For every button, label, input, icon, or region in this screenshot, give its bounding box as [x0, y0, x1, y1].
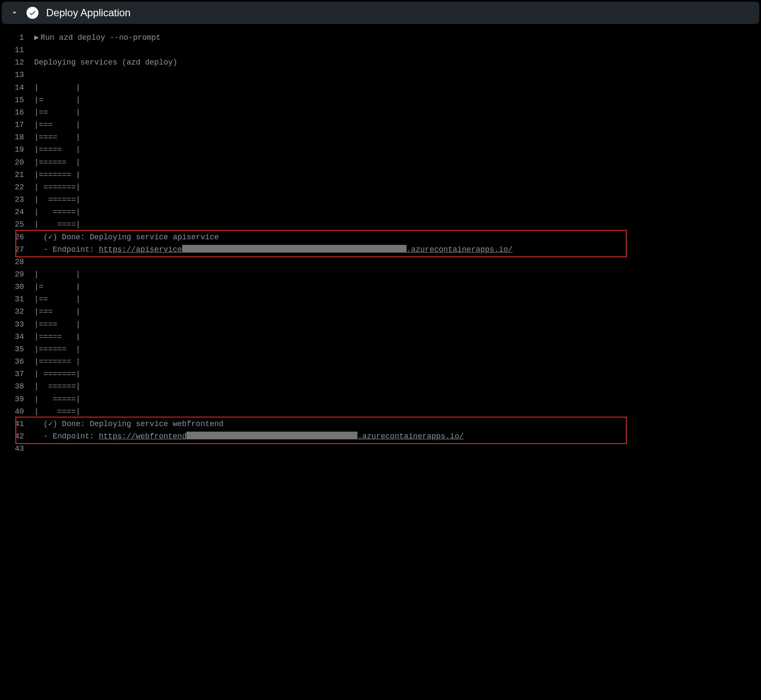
line-number: 33 — [0, 318, 34, 331]
log-line: 16|== | — [0, 106, 761, 119]
line-content: |== | — [34, 293, 80, 306]
line-content: |==== | — [34, 131, 80, 144]
log-line: 33|==== | — [0, 318, 761, 331]
line-number: 24 — [0, 206, 34, 218]
log-line: 13 — [0, 69, 761, 81]
line-content: | | — [34, 82, 80, 94]
line-content: | =====| — [34, 393, 80, 406]
check-circle-icon — [27, 7, 38, 19]
log-line: 40| ====| — [0, 406, 761, 418]
log-line: 42 - Endpoint: https://webfrontend.azure… — [0, 430, 761, 443]
log-line: 19|===== | — [0, 144, 761, 156]
line-content: |== | — [34, 106, 80, 119]
log-line: 30|= | — [0, 281, 761, 293]
line-number: 29 — [0, 268, 34, 281]
log-line: 17|=== | — [0, 119, 761, 131]
line-content: |======= | — [34, 356, 80, 368]
line-content: |=== | — [34, 306, 80, 318]
line-number: 12 — [0, 56, 34, 69]
line-content: | =====| — [34, 206, 80, 218]
log-line: 32|=== | — [0, 306, 761, 318]
line-number: 19 — [0, 144, 34, 156]
log-line: 15|= | — [0, 94, 761, 106]
line-number: 43 — [0, 443, 34, 455]
log-line: 31|== | — [0, 293, 761, 306]
caret-right-icon[interactable]: ▶ — [34, 32, 39, 44]
log-line: 18|==== | — [0, 131, 761, 144]
line-number: 37 — [0, 368, 34, 380]
line-number: 36 — [0, 356, 34, 368]
log-line: 1▶Run azd deploy --no-prompt — [0, 32, 761, 44]
line-number: 1 — [0, 32, 34, 44]
log-line: 28 — [0, 256, 761, 268]
line-content: | ======| — [34, 380, 80, 393]
log-line: 34|===== | — [0, 331, 761, 343]
line-number: 14 — [0, 82, 34, 94]
redacted-segment — [182, 245, 407, 253]
line-number: 18 — [0, 131, 34, 144]
line-number: 27 — [0, 244, 34, 256]
line-content: |===== | — [34, 144, 80, 156]
log-line: 20|====== | — [0, 156, 761, 169]
line-content: (✓) Done: Deploying service webfrontend — [34, 418, 224, 430]
line-number: 28 — [0, 256, 34, 268]
line-number: 23 — [0, 194, 34, 206]
line-content: |====== | — [34, 156, 80, 169]
line-number: 20 — [0, 156, 34, 169]
endpoint-link[interactable]: https://webfrontend.azurecontainerapps.i… — [99, 432, 464, 441]
line-content: |====== | — [34, 343, 80, 356]
log-line: 38| ======| — [0, 380, 761, 393]
line-content: Deploying services (azd deploy) — [34, 56, 177, 69]
endpoint-link[interactable]: https://apiservice.azurecontainerapps.io… — [99, 245, 513, 254]
log-step-header[interactable]: Deploy Application — [2, 2, 759, 24]
line-number: 15 — [0, 94, 34, 106]
line-content: |= | — [34, 281, 80, 293]
log-line: 37| =======| — [0, 368, 761, 380]
line-number: 22 — [0, 181, 34, 194]
log-line: 43 — [0, 443, 761, 455]
line-content: | ====| — [34, 406, 80, 418]
redacted-segment — [186, 432, 357, 439]
chevron-down-icon[interactable] — [10, 9, 19, 17]
log-line: 21|======= | — [0, 169, 761, 181]
log-output: 1▶Run azd deploy --no-prompt1112Deployin… — [0, 26, 761, 464]
line-number: 17 — [0, 119, 34, 131]
line-content: | =======| — [34, 368, 80, 380]
log-line: 12Deploying services (azd deploy) — [0, 56, 761, 69]
line-content: |=== | — [34, 119, 80, 131]
log-line: 29| | — [0, 268, 761, 281]
log-line: 27 - Endpoint: https://apiservice.azurec… — [0, 244, 761, 256]
line-number: 21 — [0, 169, 34, 181]
line-number: 11 — [0, 44, 34, 56]
step-title: Deploy Application — [46, 7, 130, 19]
log-line: 35|====== | — [0, 343, 761, 356]
line-number: 41 — [0, 418, 34, 430]
log-line: 24| =====| — [0, 206, 761, 218]
line-content: | ======| — [34, 194, 80, 206]
log-line: 25| ====| — [0, 218, 761, 231]
line-content: (✓) Done: Deploying service apiservice — [34, 231, 219, 244]
line-number: 40 — [0, 406, 34, 418]
line-content: |= | — [34, 94, 80, 106]
log-line: 11 — [0, 44, 761, 56]
line-content: | ====| — [34, 218, 80, 231]
log-line: 36|======= | — [0, 356, 761, 368]
line-number: 39 — [0, 393, 34, 406]
line-number: 34 — [0, 331, 34, 343]
log-line: 39| =====| — [0, 393, 761, 406]
line-content: | | — [34, 268, 80, 281]
line-number: 31 — [0, 293, 34, 306]
line-number: 13 — [0, 69, 34, 81]
line-number: 42 — [0, 430, 34, 443]
line-content: | =======| — [34, 181, 80, 194]
line-content: ▶Run azd deploy --no-prompt — [34, 32, 161, 44]
log-line: 26 (✓) Done: Deploying service apiservic… — [0, 231, 761, 244]
line-number: 26 — [0, 231, 34, 244]
log-line: 41 (✓) Done: Deploying service webfronte… — [0, 418, 761, 430]
line-content: |===== | — [34, 331, 80, 343]
line-number: 16 — [0, 106, 34, 119]
line-content: - Endpoint: https://webfrontend.azurecon… — [34, 430, 464, 443]
log-line: 14| | — [0, 82, 761, 94]
line-number: 25 — [0, 218, 34, 231]
log-line: 23| ======| — [0, 194, 761, 206]
